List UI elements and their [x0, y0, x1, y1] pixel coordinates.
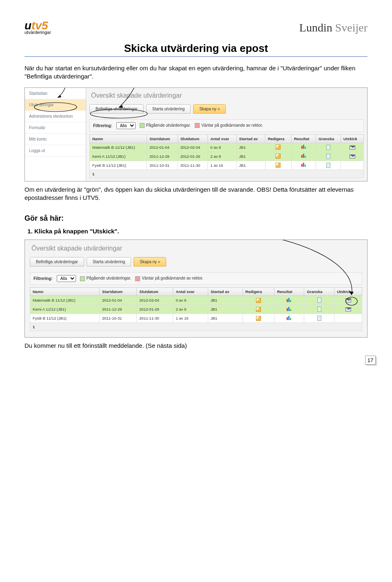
- mail-icon[interactable]: [350, 146, 355, 150]
- swatch-red-icon: [195, 123, 200, 128]
- logo-lundin-sveijer: Lundin Sveijer: [299, 21, 368, 34]
- sidebar-item-mittkonto[interactable]: Mitt konto: [25, 134, 86, 145]
- table-footer: 1: [30, 323, 362, 331]
- sidebar-item-utvarderingar[interactable]: Utvärderingar: [25, 99, 86, 111]
- sidebar-item-loggaut[interactable]: Logga ut: [25, 145, 86, 157]
- doc-icon[interactable]: [317, 307, 321, 312]
- tab-skapa-ny-2[interactable]: Skapa ny »: [134, 257, 166, 266]
- doc-icon[interactable]: [317, 298, 321, 303]
- tab-skapa-ny[interactable]: Skapa ny »: [193, 104, 226, 114]
- sidebar-item-startsidan[interactable]: Startsidan: [25, 88, 86, 99]
- sidebar: Startsidan Utvärderingar Administrera el…: [25, 88, 86, 181]
- page-title: Skicka utvärdering via epost: [24, 42, 368, 55]
- chart-icon: [286, 298, 292, 303]
- screenshot-1: Startsidan Utvärderingar Administrera el…: [24, 87, 368, 181]
- filter-bar: Filtrering: Alla Pågående utvärderingar.…: [89, 119, 364, 132]
- evaluations-table: Namn Startdatum Slutdatum Antal svar Sta…: [89, 134, 364, 178]
- tab-befintliga[interactable]: Befintliga utvärderingar: [89, 104, 144, 114]
- tab-starta[interactable]: Starta utvärdering: [146, 104, 191, 114]
- edit-icon[interactable]: [276, 154, 281, 159]
- doc-icon[interactable]: [326, 163, 330, 168]
- doc-icon[interactable]: [317, 316, 321, 321]
- tab-befintliga-2[interactable]: Befintliga utvärderingar: [30, 257, 84, 266]
- logo-utv5: utv5 utvärderingar: [24, 20, 51, 35]
- table-row: Matematik B 11/12 (JB1)2012-01-042012-02…: [90, 143, 364, 152]
- screenshot-2: Översikt skapade utvärderingar Befintlig…: [24, 240, 368, 338]
- table-row: Kemi A 11/12 (JB1)2011-12-292012-01-292 …: [90, 152, 364, 161]
- edit-icon[interactable]: [256, 307, 261, 312]
- sidebar-item-formular[interactable]: Formulär: [25, 122, 86, 134]
- table-row: Fysik B 11/12 (JB1)2011-10-312011-11-301…: [30, 314, 362, 323]
- table-row: Kemi A 11/12 (JB1)2011-12-292012-01-292 …: [30, 305, 362, 314]
- subheading-gor-sa-har: Gör så här:: [24, 214, 368, 223]
- panel-title: Översikt skapade utvärderingar: [91, 92, 362, 99]
- edit-icon[interactable]: [276, 145, 281, 150]
- chart-icon: [286, 316, 292, 321]
- paragraph-next: Du kommer nu till ett förinställt meddel…: [24, 342, 368, 350]
- title-rule: [24, 56, 368, 57]
- chart-icon: [286, 307, 292, 312]
- filter-select-2[interactable]: Alla: [57, 275, 76, 282]
- intro-paragraph: När du har startat en kursutvärdering el…: [24, 64, 368, 81]
- table-footer: 1: [90, 170, 364, 178]
- table-row: Fysik B 11/12 (JB1)2011-10-312011-11-301…: [90, 161, 364, 170]
- chart-icon: [301, 154, 307, 159]
- panel-title-2: Översikt skapade utvärderingar: [31, 245, 361, 252]
- sidebar-item-admin[interactable]: Administrera elevkonton: [25, 111, 86, 122]
- page-number: 17: [365, 356, 376, 365]
- edit-icon[interactable]: [276, 163, 281, 168]
- paragraph-green: Om en utvärdering är "grön", dvs öppen k…: [24, 186, 368, 202]
- swatch-red-icon: [135, 276, 140, 281]
- mail-icon[interactable]: [345, 307, 351, 311]
- tab-starta-2[interactable]: Starta utvärdering: [87, 257, 131, 266]
- mail-icon[interactable]: [350, 154, 355, 159]
- chart-icon: [301, 163, 307, 168]
- filter-select[interactable]: Alla: [116, 122, 136, 129]
- table-row: Matematik B 11/12 (JB1)2012-01-042012-02…: [30, 296, 362, 305]
- chart-icon: [301, 145, 307, 150]
- edit-icon[interactable]: [256, 316, 261, 321]
- step-1: Klicka på knappen "Utskick".: [34, 228, 368, 235]
- mail-icon[interactable]: [345, 298, 351, 302]
- doc-icon[interactable]: [326, 154, 330, 159]
- swatch-green-icon: [80, 276, 85, 281]
- evaluations-table-2: Namn Startdatum Slutdatum Antal svar Sta…: [30, 287, 362, 331]
- doc-icon[interactable]: [326, 145, 330, 150]
- swatch-green-icon: [140, 123, 145, 128]
- filter-bar-2: Filtrering: Alla Pågående utvärderingar.…: [30, 272, 362, 285]
- edit-icon[interactable]: [256, 298, 261, 303]
